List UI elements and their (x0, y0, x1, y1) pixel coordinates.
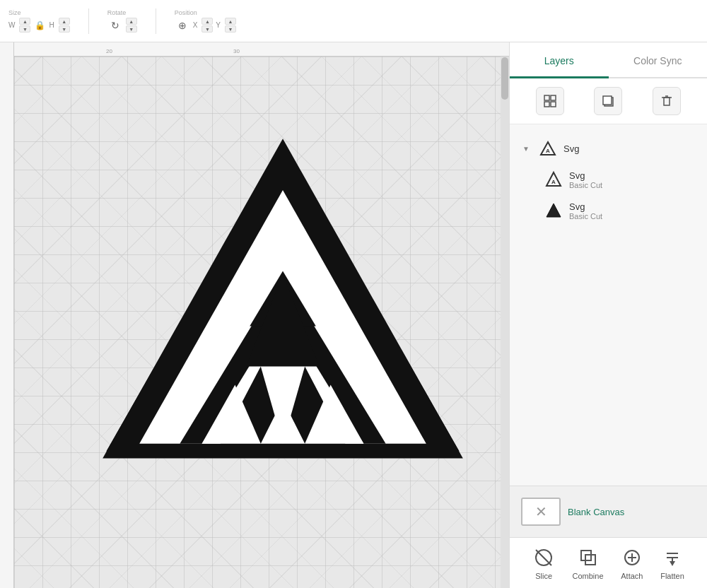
delete-button[interactable] (653, 87, 681, 115)
group-button[interactable] (536, 87, 564, 115)
combine-icon (577, 546, 600, 569)
ruler-mark-30: 30 (233, 48, 240, 54)
position-group: Position ⊕ X ▲ ▼ Y ▲ ▼ (175, 9, 236, 33)
svg-rect-25 (664, 98, 670, 105)
h-label: H (49, 21, 54, 29)
bottom-toolbar: Slice Combine (510, 537, 707, 588)
layer-item-1[interactable]: A Svg Basic Cut (537, 164, 701, 195)
design-svg-main[interactable] (99, 127, 467, 474)
rotate-up-arrow[interactable]: ▲ (126, 18, 137, 25)
layer-item-1-name: Svg (569, 170, 694, 181)
svg-text:A: A (551, 179, 556, 185)
scrollbar-thumb[interactable] (501, 57, 508, 100)
layer-item-2-sub: Basic Cut (569, 212, 694, 220)
layer-group-svg: ▼ A Svg (515, 133, 701, 226)
flatten-icon (661, 546, 684, 569)
rotate-icon[interactable]: ↻ (107, 18, 123, 33)
y-up-arrow[interactable]: ▲ (225, 18, 236, 25)
ruler-horizontal: 20 30 (0, 42, 509, 57)
w-arrows: ▲ ▼ (19, 18, 30, 33)
blank-canvas-label: Blank Canvas (568, 507, 624, 517)
rotate-arrows: ▲ ▼ (126, 18, 137, 33)
attach-icon (621, 546, 643, 569)
svg-text:A: A (546, 148, 550, 154)
svg-rect-20 (551, 95, 556, 100)
rotate-group: Rotate ↻ ▲ ▼ (107, 9, 137, 33)
x-up-arrow[interactable]: ▲ (201, 18, 213, 25)
layer-group-header[interactable]: ▼ A Svg (515, 133, 701, 164)
right-panel: Layers Color Sync (509, 42, 707, 588)
w-up-arrow[interactable]: ▲ (19, 18, 30, 25)
svg-marker-43 (670, 561, 675, 566)
ruler-vertical (0, 42, 14, 588)
layer-item-2-icon (544, 201, 563, 220)
panel-tabs: Layers Color Sync (510, 42, 707, 78)
vertical-scrollbar[interactable] (501, 57, 509, 588)
combine-label: Combine (572, 572, 603, 580)
lock-icon[interactable]: 🔒 (33, 19, 46, 32)
x-label: X (193, 21, 198, 29)
layer-item-2-name: Svg (569, 201, 694, 212)
y-label: Y (216, 21, 221, 29)
flatten-button[interactable]: Flatten (660, 546, 684, 580)
blank-canvas-box: ✕ (521, 498, 561, 526)
duplicate-button[interactable] (594, 87, 622, 115)
y-down-arrow[interactable]: ▼ (225, 25, 236, 33)
x-down-arrow[interactable]: ▼ (201, 25, 213, 33)
x-arrows: ▲ ▼ (201, 18, 213, 33)
slice-icon (532, 546, 555, 569)
position-label: Position (175, 9, 197, 16)
rotate-label: Rotate (107, 9, 127, 16)
panel-toolbar (510, 78, 707, 124)
tab-color-sync[interactable]: Color Sync (609, 42, 708, 78)
separator-1 (88, 8, 89, 34)
h-arrows: ▲ ▼ (59, 18, 70, 33)
slice-label: Slice (535, 572, 552, 580)
layer-sub-items: A Svg Basic Cut (515, 164, 701, 226)
blank-canvas-area: ✕ Blank Canvas (510, 486, 707, 537)
attach-button[interactable]: Attach (621, 546, 643, 580)
slice-button[interactable]: Slice (532, 546, 555, 580)
tab-layers[interactable]: Layers (510, 42, 609, 78)
layer-group-name: Svg (563, 143, 694, 154)
canvas-area[interactable]: 20 30 (0, 42, 509, 588)
y-arrows: ▲ ▼ (225, 18, 236, 33)
svg-rect-22 (551, 102, 556, 107)
layer-item-1-sub: Basic Cut (569, 181, 694, 189)
separator-2 (156, 8, 156, 34)
svg-rect-19 (544, 95, 549, 100)
grid-canvas (14, 57, 509, 588)
layer-group-icon: A (538, 139, 558, 158)
main-area: 20 30 (0, 42, 707, 588)
size-label: Size (8, 9, 21, 16)
attach-label: Attach (621, 572, 643, 580)
h-down-arrow[interactable]: ▼ (59, 25, 70, 33)
size-group: Size W ▲ ▼ 🔒 H ▲ ▼ (8, 9, 70, 33)
ruler-mark-20: 20 (106, 48, 112, 54)
blank-canvas-x-icon: ✕ (535, 503, 547, 520)
layer-item-1-icon: A (544, 170, 563, 189)
svg-rect-24 (603, 96, 612, 105)
layer-item-2-text-group: Svg Basic Cut (569, 201, 694, 220)
layer-item-1-text-group: Svg Basic Cut (569, 170, 694, 189)
svg-rect-21 (544, 102, 549, 107)
w-down-arrow[interactable]: ▼ (19, 25, 30, 33)
chevron-down-icon: ▼ (522, 145, 532, 153)
w-label: W (8, 21, 15, 29)
flatten-label: Flatten (660, 572, 684, 580)
position-icon: ⊕ (175, 18, 190, 33)
layers-list: ▼ A Svg (510, 124, 707, 486)
top-toolbar: Size W ▲ ▼ 🔒 H ▲ ▼ Rotate ↻ ▲ ▼ Pos (0, 0, 707, 42)
combine-button[interactable]: Combine (572, 546, 603, 580)
svg-marker-32 (547, 204, 561, 217)
h-up-arrow[interactable]: ▲ (59, 18, 70, 25)
rotate-down-arrow[interactable]: ▼ (126, 25, 137, 33)
layer-item-2[interactable]: Svg Basic Cut (537, 195, 701, 226)
